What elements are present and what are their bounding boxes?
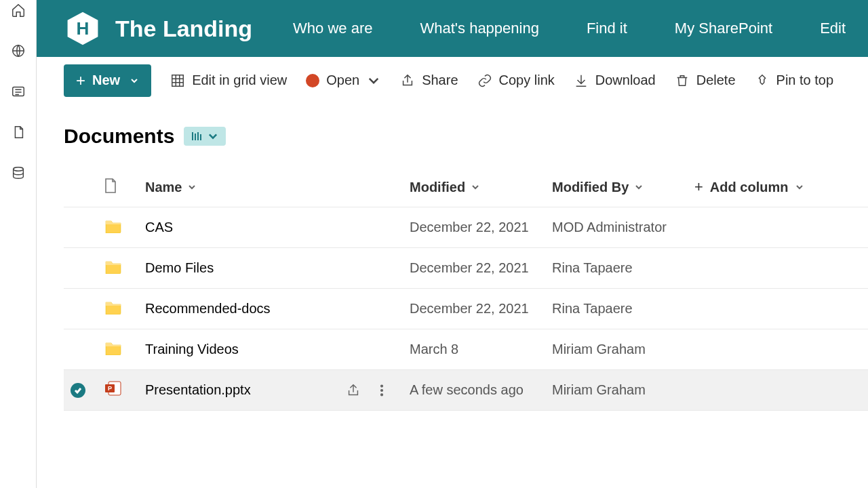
file-icon[interactable] [11, 125, 26, 140]
folder-icon [104, 340, 122, 355]
item-modified: December 22, 2021 [410, 220, 552, 235]
command-bar: + New Edit in grid view Open Share Copy … [37, 57, 868, 104]
item-name[interactable]: Demo Files [145, 260, 214, 276]
table-row[interactable]: Training Videos March 8 Miriam Graham [64, 329, 868, 370]
plus-icon: + [694, 178, 703, 196]
powerpoint-file-icon: P [104, 380, 122, 396]
folder-icon [104, 300, 122, 314]
app-rail [0, 0, 37, 488]
chevron-down-icon [634, 182, 644, 192]
nav-find-it[interactable]: Find it [587, 20, 627, 37]
item-modified: March 8 [410, 342, 552, 357]
plus-icon: + [76, 71, 85, 90]
library-title-row: Documents [37, 104, 868, 167]
chevron-down-icon [366, 73, 381, 88]
table-header: Name Modified Modified By +Add column [64, 167, 868, 207]
grid-icon [170, 73, 185, 88]
item-name[interactable]: CAS [145, 220, 173, 235]
item-modified-by: Miriam Graham [552, 342, 694, 357]
document-table: Name Modified Modified By +Add column CA… [37, 167, 868, 411]
svg-text:P: P [108, 385, 112, 392]
table-row[interactable]: CAS December 22, 2021 MOD Administrator [64, 207, 868, 248]
powerpoint-icon [306, 74, 319, 87]
item-name[interactable]: Presentation.pptx [145, 382, 251, 398]
nav-whats-happening[interactable]: What's happening [420, 20, 538, 37]
table-row[interactable]: Recommended-docs December 22, 2021 Rina … [64, 289, 868, 329]
nav-edit[interactable]: Edit [820, 20, 846, 37]
copy-link-button[interactable]: Copy link [477, 73, 555, 88]
item-modified: December 22, 2021 [410, 260, 552, 276]
item-modified-by: MOD Administrator [552, 220, 694, 235]
trash-icon [675, 73, 690, 88]
folder-icon [104, 259, 122, 274]
site-title[interactable]: The Landing [115, 16, 252, 42]
chevron-down-icon [187, 182, 197, 192]
item-modified: A few seconds ago [410, 382, 552, 398]
svg-text:H: H [77, 18, 90, 39]
nav-my-sharepoint[interactable]: My SharePoint [675, 20, 772, 37]
top-nav: Who we are What's happening Find it My S… [293, 20, 846, 37]
item-modified-by: Miriam Graham [552, 382, 694, 398]
pin-icon [755, 73, 770, 88]
row-actions [346, 383, 389, 398]
item-modified: December 22, 2021 [410, 301, 552, 317]
library-title: Documents [64, 125, 174, 148]
item-name[interactable]: Recommended-docs [145, 301, 271, 317]
table-row[interactable]: Demo Files December 22, 2021 Rina Tapaer… [64, 248, 868, 289]
table-body: CAS December 22, 2021 MOD Administrator … [64, 207, 868, 411]
table-row[interactable]: P Presentation.pptx A few seconds ago Mi… [64, 370, 868, 411]
site-logo[interactable]: H [64, 9, 102, 47]
col-modified[interactable]: Modified [410, 180, 552, 195]
link-icon [477, 73, 492, 88]
library-view-icon [191, 130, 203, 142]
file-type-icon[interactable] [104, 178, 117, 193]
share-row-icon[interactable] [346, 383, 361, 398]
svg-point-2 [13, 167, 23, 171]
nav-who-we-are[interactable]: Who we are [293, 20, 372, 37]
database-icon[interactable] [11, 165, 26, 180]
view-selector[interactable] [184, 127, 226, 146]
globe-icon[interactable] [11, 43, 26, 58]
selected-check-icon[interactable] [71, 383, 85, 398]
delete-button[interactable]: Delete [675, 73, 736, 88]
share-icon [400, 73, 415, 88]
add-column-button[interactable]: +Add column [694, 178, 864, 196]
download-button[interactable]: Download [574, 73, 656, 88]
chevron-down-icon [130, 76, 139, 85]
site-header: H The Landing Who we are What's happenin… [37, 0, 868, 57]
home-icon[interactable] [11, 3, 26, 18]
col-name[interactable]: Name [145, 180, 410, 195]
folder-icon [104, 218, 122, 233]
chevron-down-icon [207, 130, 219, 142]
more-icon[interactable] [374, 383, 389, 398]
chevron-down-icon [795, 182, 804, 192]
new-button[interactable]: + New [64, 64, 151, 97]
svg-point-11 [381, 394, 383, 396]
pin-button[interactable]: Pin to top [755, 73, 834, 88]
download-icon [574, 73, 589, 88]
open-button[interactable]: Open [306, 73, 381, 88]
share-button[interactable]: Share [400, 73, 458, 88]
svg-point-10 [381, 389, 383, 391]
svg-point-9 [381, 385, 383, 387]
item-modified-by: Rina Tapaere [552, 260, 694, 276]
chevron-down-icon [471, 182, 480, 192]
news-icon[interactable] [11, 84, 26, 99]
item-name[interactable]: Training Videos [145, 342, 239, 357]
new-label: New [92, 73, 120, 88]
svg-rect-5 [172, 75, 184, 86]
edit-grid-button[interactable]: Edit in grid view [170, 73, 287, 88]
main-area: H The Landing Who we are What's happenin… [37, 0, 868, 488]
item-modified-by: Rina Tapaere [552, 301, 694, 317]
col-modified-by[interactable]: Modified By [552, 180, 694, 195]
